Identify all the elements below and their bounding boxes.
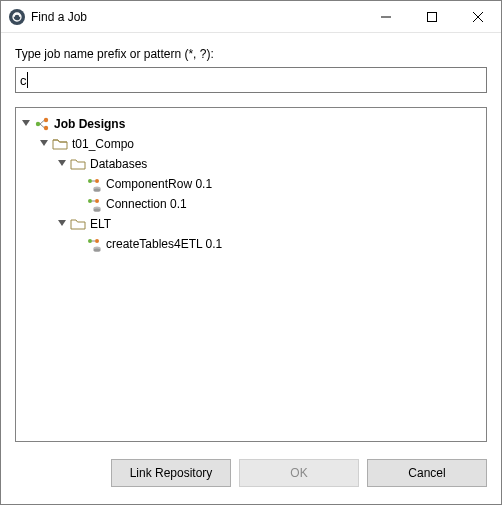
tree-node-label: Job Designs xyxy=(54,117,125,131)
tree-node-label: ComponentRow 0.1 xyxy=(106,177,212,191)
svg-point-27 xyxy=(95,239,99,243)
folder-icon xyxy=(70,216,86,232)
svg-point-19 xyxy=(88,199,92,203)
window-title: Find a Job xyxy=(31,10,363,24)
collapse-icon[interactable] xyxy=(38,138,50,150)
svg-marker-11 xyxy=(40,140,48,146)
svg-point-20 xyxy=(95,199,99,203)
search-input[interactable]: c xyxy=(15,67,487,93)
tree-folder-t01-compo[interactable]: t01_Compo xyxy=(38,134,482,154)
tree-job-connection[interactable]: Connection 0.1 xyxy=(74,194,482,214)
svg-point-6 xyxy=(36,122,40,126)
svg-marker-5 xyxy=(22,120,30,126)
svg-point-24 xyxy=(94,209,101,212)
jobs-root-icon xyxy=(34,116,50,132)
app-icon xyxy=(9,9,25,25)
svg-rect-2 xyxy=(428,12,437,21)
tree-node-label: createTables4ETL 0.1 xyxy=(106,237,222,251)
button-row: Link Repository OK Cancel xyxy=(1,442,501,504)
svg-line-9 xyxy=(40,121,44,125)
job-icon xyxy=(86,176,102,192)
window-controls xyxy=(363,1,501,32)
collapse-icon[interactable] xyxy=(20,118,32,130)
cancel-button[interactable]: Cancel xyxy=(367,459,487,487)
text-caret xyxy=(27,72,28,88)
svg-line-10 xyxy=(40,124,44,128)
close-button[interactable] xyxy=(455,1,501,32)
tree-node-label: ELT xyxy=(90,217,111,231)
svg-point-8 xyxy=(44,126,48,130)
dialog-content: Type job name prefix or pattern (*, ?): … xyxy=(1,33,501,442)
tree-job-componentrow[interactable]: ComponentRow 0.1 xyxy=(74,174,482,194)
tree-node-label: Connection 0.1 xyxy=(106,197,187,211)
tree-folder-databases[interactable]: Databases xyxy=(56,154,482,174)
svg-marker-12 xyxy=(58,160,66,166)
svg-point-7 xyxy=(44,118,48,122)
folder-icon xyxy=(52,136,68,152)
tree-node-label: Databases xyxy=(90,157,147,171)
title-bar: Find a Job xyxy=(1,1,501,33)
svg-point-18 xyxy=(94,189,101,192)
results-tree[interactable]: Job Designs t01_Compo xyxy=(15,107,487,442)
maximize-button[interactable] xyxy=(409,1,455,32)
tree-root-job-designs[interactable]: Job Designs xyxy=(20,114,482,134)
minimize-button[interactable] xyxy=(363,1,409,32)
svg-marker-25 xyxy=(58,220,66,226)
tree-job-createtables4etl[interactable]: createTables4ETL 0.1 xyxy=(74,234,482,254)
collapse-icon[interactable] xyxy=(56,158,68,170)
svg-point-31 xyxy=(94,249,101,252)
svg-point-13 xyxy=(88,179,92,183)
folder-icon xyxy=(70,156,86,172)
link-repository-button[interactable]: Link Repository xyxy=(111,459,231,487)
job-icon xyxy=(86,236,102,252)
search-label: Type job name prefix or pattern (*, ?): xyxy=(15,47,487,61)
tree-node-label: t01_Compo xyxy=(72,137,134,151)
job-icon xyxy=(86,196,102,212)
collapse-icon[interactable] xyxy=(56,218,68,230)
svg-point-26 xyxy=(88,239,92,243)
svg-point-14 xyxy=(95,179,99,183)
tree-folder-elt[interactable]: ELT xyxy=(56,214,482,234)
ok-button: OK xyxy=(239,459,359,487)
